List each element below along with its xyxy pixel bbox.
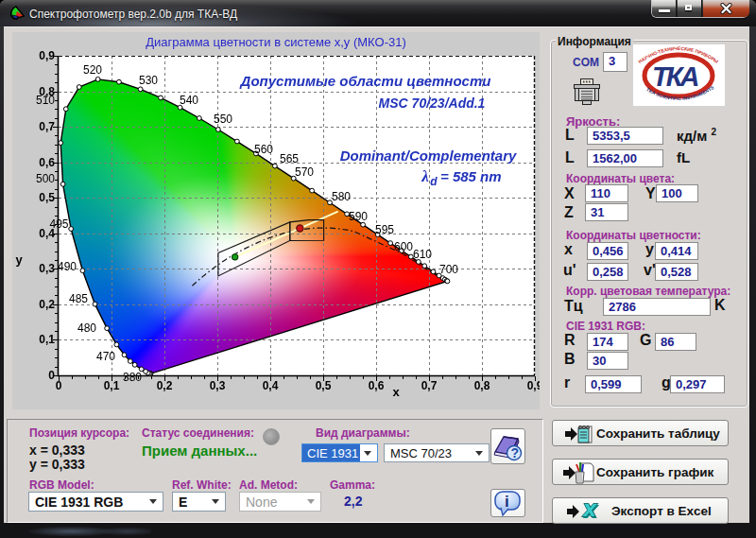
svg-text:i: i <box>505 493 509 511</box>
svg-text:?: ? <box>511 445 520 460</box>
svg-text:ТКА: ТКА <box>652 61 698 92</box>
